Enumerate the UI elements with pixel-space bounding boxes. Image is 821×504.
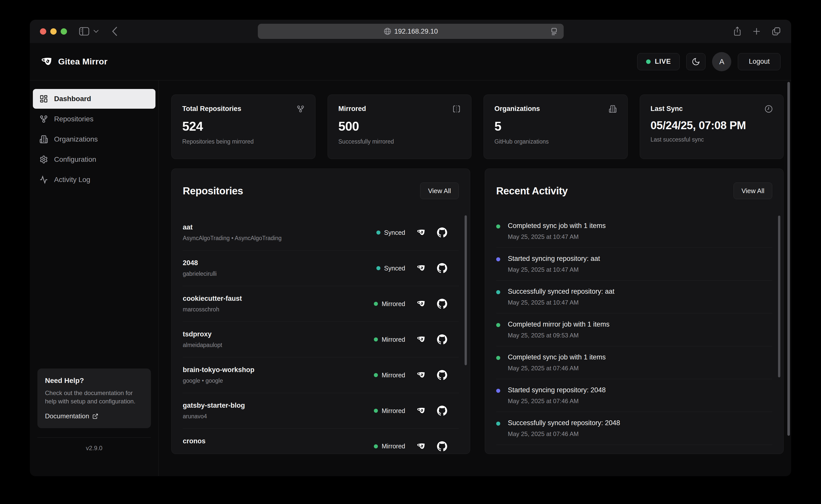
gitea-link-icon[interactable]: [416, 335, 426, 344]
repo-status-badge: Mirrored: [374, 336, 405, 343]
gitea-mirror-logo-icon: [40, 55, 53, 68]
repo-status-badge: Mirrored: [374, 407, 405, 415]
stat-caption: Repositories being mirrored: [182, 138, 305, 145]
sidebar-item-repositories[interactable]: Repositories: [33, 109, 155, 129]
url-text: 192.168.29.10: [394, 28, 438, 35]
activity-row: Completed sync job with 1 items May 25, …: [496, 346, 772, 379]
back-button-icon[interactable]: [112, 27, 118, 36]
stat-card-last-sync: Last Sync 05/24/25, 07:08 PM Last succes…: [640, 95, 784, 159]
activity-status-dot-icon: [496, 356, 500, 360]
sidebar: Dashboard Repositories: [30, 80, 159, 476]
app-version: v2.9.0: [33, 445, 155, 452]
theme-toggle-button[interactable]: [686, 53, 705, 70]
share-icon[interactable]: [733, 26, 742, 36]
building-icon: [609, 105, 617, 113]
github-link-icon[interactable]: [437, 334, 447, 345]
activity-text: Successfully synced repository: aat: [508, 288, 614, 295]
sidebar-toggle-icon[interactable]: [79, 27, 89, 36]
live-dot-icon: [646, 59, 651, 64]
github-link-icon[interactable]: [437, 370, 447, 380]
github-link-icon[interactable]: [437, 227, 447, 238]
live-status-badge[interactable]: LIVE: [637, 53, 680, 70]
activity-timestamp: May 25, 2025 at 07:46 AM: [508, 365, 606, 372]
status-dot-icon: [374, 302, 378, 306]
github-link-icon[interactable]: [437, 406, 447, 416]
activity-status-dot-icon: [496, 224, 500, 228]
repo-status-label: Synced: [384, 229, 405, 236]
traffic-lights: [40, 28, 67, 35]
documentation-link[interactable]: Documentation: [45, 412, 143, 420]
repo-status-label: Mirrored: [382, 336, 405, 343]
git-fork-icon: [297, 105, 305, 113]
activity-row: Completed sync job with 1 items May 25, …: [496, 215, 772, 248]
repo-owner: marcosschroh: [183, 306, 242, 313]
gitea-link-icon[interactable]: [416, 442, 426, 451]
repo-info: tsdproxy almeidapaulopt: [183, 330, 222, 349]
repo-row: cookiecutter-faust marcosschroh Mirrored: [183, 286, 459, 322]
browser-toolbar: 192.168.29.10: [30, 20, 791, 43]
repo-status-badge: Mirrored: [374, 443, 405, 450]
repositories-scrollbar[interactable]: [465, 215, 467, 365]
repo-status-badge: Mirrored: [374, 300, 405, 308]
sidebar-item-organizations[interactable]: Organizations: [33, 129, 155, 149]
github-link-icon[interactable]: [437, 299, 447, 309]
reader-view-icon[interactable]: [550, 27, 559, 36]
activity-status-dot-icon: [496, 323, 500, 327]
stat-value: 500: [338, 119, 461, 134]
stat-value: 524: [182, 119, 305, 134]
status-dot-icon: [374, 373, 378, 377]
activity-timestamp: May 25, 2025 at 10:47 AM: [508, 299, 614, 306]
activity-row: Successfully synced repository: aat May …: [496, 281, 772, 313]
sidebar-item-activity-log[interactable]: Activity Log: [33, 170, 155, 190]
gitea-link-icon[interactable]: [416, 263, 426, 273]
status-dot-icon: [374, 409, 378, 413]
sidebar-item-dashboard[interactable]: Dashboard: [33, 89, 155, 109]
app-header: Gitea Mirror LIVE A Logout: [30, 43, 791, 80]
repo-owner: google • google: [183, 377, 255, 384]
activity-scrollbar[interactable]: [778, 216, 780, 377]
zoom-window-button[interactable]: [61, 28, 67, 35]
gear-icon: [39, 155, 48, 164]
repo-name: aat: [183, 223, 282, 231]
repo-owner: gabrielecirulli: [183, 270, 217, 277]
app-brand: Gitea Mirror: [40, 55, 107, 68]
stat-card-total-repositories: Total Repositories 524 Repositories bein…: [171, 95, 315, 159]
activity-view-all-button[interactable]: View All: [734, 182, 772, 199]
gitea-link-icon[interactable]: [416, 370, 426, 380]
activity-status-dot-icon: [496, 422, 500, 426]
stat-caption: GitHub organizations: [494, 138, 617, 145]
live-label: LIVE: [655, 58, 671, 65]
repositories-view-all-button[interactable]: View All: [420, 182, 459, 199]
activity-status-dot-icon: [496, 257, 500, 261]
activity-text: Completed sync job with 1 items: [508, 353, 606, 361]
sidebar-item-configuration[interactable]: Configuration: [33, 150, 155, 169]
logout-button[interactable]: Logout: [738, 53, 781, 70]
minimize-window-button[interactable]: [50, 28, 57, 35]
url-bar[interactable]: 192.168.29.10: [258, 24, 564, 39]
status-dot-icon: [376, 231, 380, 235]
page-scrollbar[interactable]: [787, 82, 790, 436]
sidebar-divider: [37, 437, 151, 438]
tab-overview-icon[interactable]: [771, 27, 781, 36]
new-tab-plus-icon[interactable]: [752, 27, 761, 36]
user-avatar[interactable]: A: [712, 52, 731, 71]
activity-text: Started syncing repository: aat: [508, 255, 600, 263]
github-link-icon[interactable]: [437, 441, 447, 451]
status-dot-icon: [374, 337, 378, 341]
stat-caption: Last successful sync: [651, 136, 773, 143]
activity-text: Started syncing repository: 2048: [508, 386, 606, 394]
gitea-link-icon[interactable]: [416, 406, 426, 416]
activity-timestamp: May 25, 2025 at 09:53 AM: [508, 332, 609, 339]
gitea-link-icon[interactable]: [416, 299, 426, 309]
chevron-down-icon[interactable]: [93, 30, 99, 33]
gitea-link-icon[interactable]: [416, 228, 426, 237]
repo-row: cronos Mirrored: [183, 429, 459, 454]
close-window-button[interactable]: [40, 28, 46, 35]
globe-icon: [384, 28, 391, 35]
browser-window: 192.168.29.10: [30, 20, 791, 476]
repo-name: brain-tokyo-workshop: [183, 366, 255, 374]
activity-timestamp: May 25, 2025 at 07:46 AM: [508, 398, 606, 405]
repo-owner: arunavo4: [183, 413, 245, 420]
recent-activity-panel-title: Recent Activity: [496, 185, 568, 197]
github-link-icon[interactable]: [437, 263, 447, 273]
